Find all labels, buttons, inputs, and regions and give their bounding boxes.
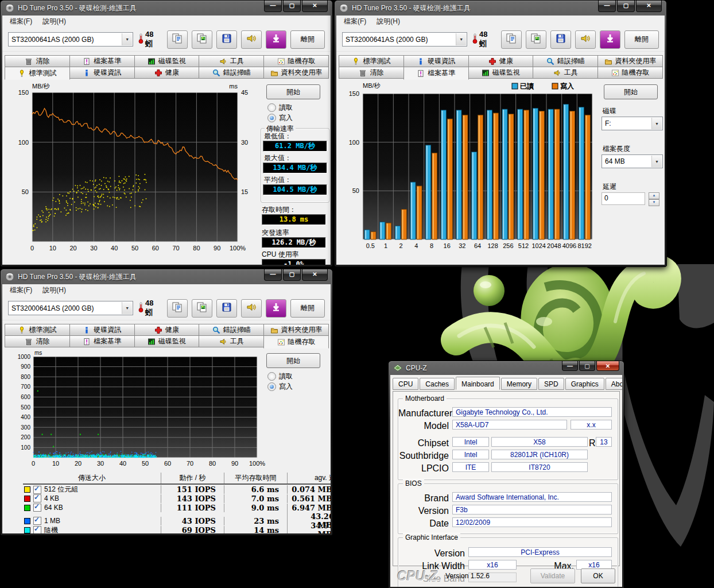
exit-button[interactable]: 離開 (290, 299, 325, 318)
read-radio-circle[interactable] (267, 372, 276, 381)
tab-filebench[interactable]: 檔案基準 (69, 55, 135, 67)
menu-file[interactable]: 檔案(F) (5, 16, 37, 28)
save-button[interactable] (550, 30, 571, 49)
tab-health[interactable]: 健康 (134, 67, 200, 79)
tab-benchmark[interactable]: 標準測試 (5, 324, 70, 336)
series-checkbox[interactable] (33, 504, 41, 512)
menu-file[interactable]: 檔案(F) (339, 16, 371, 28)
copy-text-button[interactable] (167, 299, 188, 318)
download-button[interactable] (266, 299, 286, 318)
write-radio[interactable]: 寫入 (267, 382, 293, 392)
start-button[interactable]: 開始 (266, 353, 320, 368)
exit-button[interactable]: 離開 (624, 30, 659, 49)
copy-image-button[interactable] (192, 30, 212, 49)
save-button[interactable] (216, 30, 237, 49)
maximize-button[interactable]: ▢ (283, 1, 301, 12)
read-radio[interactable]: 讀取 (267, 372, 293, 381)
start-button[interactable]: 開始 (604, 84, 658, 99)
tab-trash[interactable]: 清除 (5, 335, 70, 347)
write-radio-circle[interactable] (267, 114, 276, 122)
tab-scan[interactable]: 錯誤掃瞄 (533, 55, 598, 67)
download-button[interactable] (600, 30, 620, 49)
sound-button[interactable] (241, 299, 262, 318)
read-radio-circle[interactable] (267, 103, 276, 112)
save-button[interactable] (216, 299, 237, 318)
menu-file[interactable]: 檔案(F) (5, 284, 37, 296)
menu-help[interactable]: 說明(H) (37, 16, 71, 28)
write-radio[interactable]: 寫入 (267, 113, 293, 123)
tab-tools[interactable]: 工具 (199, 335, 264, 347)
download-button[interactable] (266, 30, 286, 49)
tab-trash[interactable]: 清除 (5, 55, 70, 67)
copy-image-button[interactable] (192, 299, 212, 318)
tab-info[interactable]: 硬碟資訊 (69, 67, 135, 79)
maximize-button[interactable]: ▢ (283, 269, 301, 281)
titlebar[interactable]: HD Tune Pro 3.50 - 硬碟檢測-維護工具 — ▢ ✕ (1, 1, 332, 16)
tab-benchmark[interactable]: 標準測試 (5, 67, 70, 80)
delay-spinner[interactable]: 0 ▲ ▼ (602, 192, 659, 206)
close-button[interactable]: ✕ (636, 1, 662, 12)
tab-filebench[interactable]: 檔案基準 (69, 335, 135, 347)
titlebar[interactable]: CPU-Z — ▢ ✕ (389, 361, 624, 375)
menu-help[interactable]: 說明(H) (37, 284, 71, 296)
tab-tools[interactable]: 工具 (533, 67, 598, 79)
maximize-button[interactable]: ▢ (579, 361, 595, 371)
cpuz-tab-graphics[interactable]: Graphics (565, 378, 604, 390)
titlebar[interactable]: HD Tune Pro 3.50 - 硬碟檢測-維護工具 — ▢ ✕ (335, 1, 666, 16)
cpuz-tab-mainboard[interactable]: Mainboard (456, 377, 500, 390)
tab-diskmon[interactable]: 磁碟監視 (134, 55, 200, 67)
tab-scan[interactable]: 錯誤掃瞄 (199, 67, 264, 79)
maximize-button[interactable]: ▢ (617, 1, 635, 12)
close-button[interactable]: ✕ (302, 1, 328, 12)
tab-random[interactable]: 隨機存取 (263, 335, 329, 349)
cpuz-tab-spd[interactable]: SPD (538, 378, 564, 390)
exit-button[interactable]: 離開 (290, 30, 325, 49)
cpuz-tab-caches[interactable]: Caches (420, 378, 455, 390)
tab-health[interactable]: 健康 (134, 324, 200, 336)
spin-down-button[interactable]: ▼ (649, 199, 659, 206)
delay-input[interactable]: 0 (602, 192, 645, 205)
file-length-select[interactable]: 64 MB ▼ (602, 154, 663, 168)
tab-folder[interactable]: 資料夾使用率 (597, 55, 663, 67)
series-checkbox[interactable] (33, 526, 41, 533)
sound-button[interactable] (575, 30, 596, 49)
tab-diskmon[interactable]: 磁碟監視 (468, 67, 534, 79)
minimize-button[interactable]: — (264, 1, 282, 12)
ok-button[interactable]: OK (581, 568, 615, 583)
drive-select[interactable]: ST32000641AS (2000 GB) ▼ (8, 32, 133, 47)
tab-random[interactable]: 隨機存取 (263, 55, 329, 67)
cpuz-tab-cpu[interactable]: CPU (393, 378, 418, 390)
minimize-button[interactable]: — (562, 361, 578, 371)
disk-select[interactable]: F: ▼ (602, 117, 663, 130)
tab-benchmark[interactable]: 標準測試 (339, 55, 404, 67)
tab-scan[interactable]: 錯誤掃瞄 (199, 324, 264, 336)
tab-diskmon[interactable]: 磁碟監視 (134, 335, 200, 347)
validate-button[interactable]: Validate (530, 568, 575, 583)
tab-folder[interactable]: 資料夾使用率 (263, 67, 329, 79)
tab-filebench[interactable]: 檔案基準 (403, 67, 469, 80)
drive-select[interactable]: ST32000641AS (2000 GB) ▼ (8, 301, 133, 315)
series-checkbox[interactable] (33, 517, 41, 525)
tab-info[interactable]: 硬碟資訊 (69, 324, 135, 336)
tab-random[interactable]: 隨機存取 (597, 67, 663, 79)
sound-button[interactable] (241, 30, 262, 49)
titlebar[interactable]: HD Tune Pro 3.50 - 硬碟檢測-維護工具 — ▢ ✕ (1, 269, 332, 284)
menu-help[interactable]: 說明(H) (371, 16, 405, 28)
spin-up-button[interactable]: ▲ (649, 192, 659, 199)
tab-folder[interactable]: 資料夾使用率 (263, 324, 329, 336)
cpuz-tab-about[interactable]: About (606, 378, 622, 390)
tab-info[interactable]: 硬碟資訊 (403, 55, 469, 67)
drive-select[interactable]: ST32000641AS (2000 GB) ▼ (342, 32, 467, 47)
minimize-button[interactable]: — (264, 269, 282, 281)
read-radio[interactable]: 讀取 (267, 103, 293, 113)
tab-trash[interactable]: 清除 (339, 67, 404, 79)
cpuz-tab-memory[interactable]: Memory (501, 378, 537, 390)
close-button[interactable]: ✕ (596, 361, 619, 371)
copy-image-button[interactable] (526, 30, 546, 49)
close-button[interactable]: ✕ (302, 269, 328, 281)
copy-text-button[interactable] (501, 30, 522, 49)
copy-text-button[interactable] (167, 30, 188, 49)
start-button[interactable]: 開始 (266, 84, 320, 99)
series-checkbox[interactable] (33, 486, 41, 494)
tab-tools[interactable]: 工具 (199, 55, 264, 67)
